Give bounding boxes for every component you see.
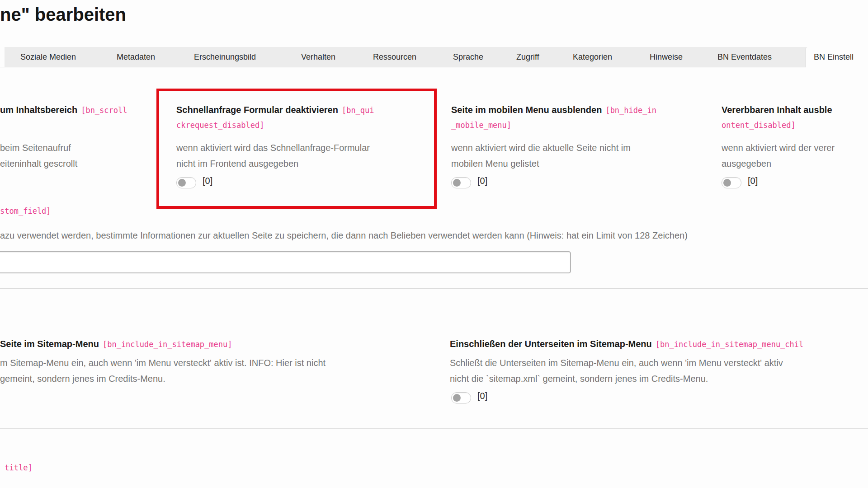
field-sitemap-code: [bn_include_in_sitemap_menu] [103,340,232,349]
tab-soziale-medien[interactable]: Soziale Medien [20,47,76,67]
quickrequest-toggle-value: [0] [203,176,212,186]
tab-bn-eventdates[interactable]: BN Eventdates [717,47,772,67]
custom-field-code: stom_field] [0,206,51,216]
tab-sprache[interactable]: Sprache [453,47,483,67]
tab-kategorien[interactable]: Kategorien [573,47,612,67]
toggle-knob-icon [723,179,731,187]
field-quickrequest-label: Schnellanfrage Formular deaktivieren[bn_… [176,102,429,118]
page-title: ne" bearbeiten [0,5,126,25]
tab-hinweise[interactable]: Hinweise [650,47,683,67]
toggle-knob-icon [453,179,461,187]
bottom-title-code: _title] [0,463,33,472]
custom-field-description: azu verwendet werden, bestimmte Informat… [0,228,868,244]
inherit-toggle[interactable] [722,177,741,188]
field-hide-mobile-description: wenn aktiviert wird die aktuelle Seite n… [451,140,699,172]
tab-metadaten[interactable]: Metadaten [117,47,155,67]
field-sitemap-children-description: Schließt die Unterseiten im Sitemap-Menu… [450,355,868,387]
field-inherit-code-wrap: ontent_disabled] [722,121,796,130]
toggle-knob-icon [453,394,461,402]
tab-bn-einstellungen-active[interactable]: BN Einstell [814,47,854,67]
tab-verhalten[interactable]: Verhalten [301,47,335,67]
field-hide-mobile-code-wrap: _mobile_menu] [451,121,511,130]
tab-zugriff[interactable]: Zugriff [516,47,539,67]
hide-mobile-toggle-value: [0] [477,176,487,186]
toggle-knob-icon [178,179,186,187]
field-hide-mobile-code: [bn_hide_in [605,106,656,115]
field-sitemap-description: m Sitemap-Menu ein, auch wenn 'im Menu v… [0,355,429,387]
field-inherit-description: wenn aktiviert wird der verer ausgegeben [722,140,868,172]
field-quickrequest-code-wrap: ckrequest_disabled] [176,121,264,130]
field-quickrequest-description: wenn aktiviert wird das Schnellanfrage-F… [176,140,429,172]
field-scroll-description: beim Seitenaufruf eiteninhalt gescrollt [0,140,156,172]
tab-bar: Soziale Medien Metadaten Erscheinungsbil… [0,47,868,67]
field-sitemap-children-code: [bn_include_in_sitemap_menu_chil [656,340,804,349]
custom-field-input[interactable] [0,251,571,273]
field-hide-mobile-label: Seite im mobilen Menu ausblenden[bn_hide… [451,102,699,118]
section-divider [0,428,868,429]
field-sitemap-label: Seite im Sitemap-Menu[bn_include_in_site… [0,336,429,352]
tabbar-left-notch [0,47,5,67]
sitemap-children-toggle[interactable] [451,392,471,404]
page-edit-screen: ne" bearbeiten Soziale Medien Metadaten … [0,0,868,488]
tab-erscheinungsbild[interactable]: Erscheinungsbild [194,47,256,67]
field-sitemap-children-label: Einschließen der Unterseiten im Sitemap-… [450,336,868,352]
field-quickrequest-code: [bn_qui [342,106,374,115]
hide-mobile-toggle[interactable] [451,177,471,188]
field-scroll-code: [bn_scroll [81,106,127,115]
inherit-toggle-value: [0] [748,176,758,186]
sitemap-children-toggle-value: [0] [477,391,487,401]
tab-ressourcen[interactable]: Ressourcen [373,47,416,67]
field-inherit-label: Vererbbaren Inhalt ausble [722,102,868,118]
field-scroll-label: um Inhaltsbereich[bn_scroll [0,102,156,118]
section-divider [0,288,868,289]
quickrequest-toggle[interactable] [176,177,196,188]
